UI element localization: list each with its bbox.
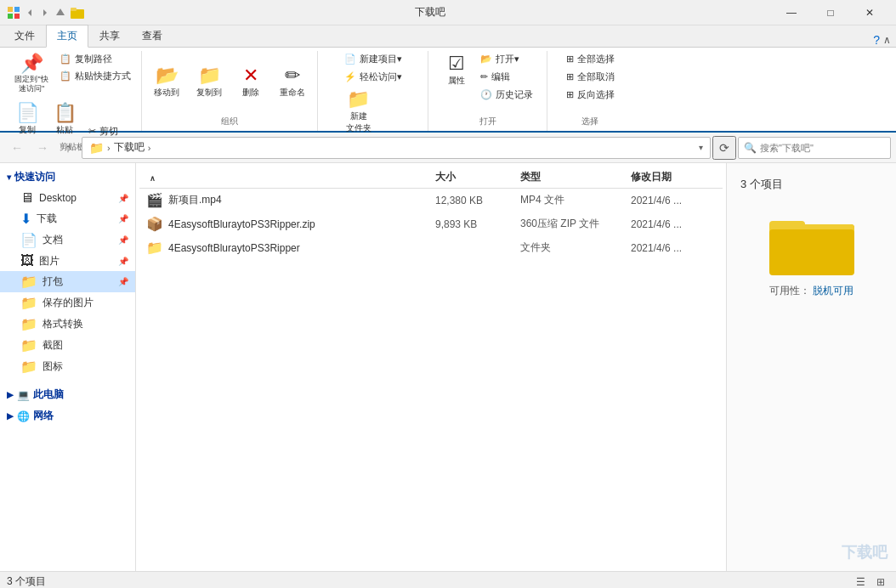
copy-to-icon: 📁: [198, 66, 221, 85]
tab-share[interactable]: 共享: [88, 25, 131, 47]
history-button[interactable]: 🕐 历史记录: [477, 87, 536, 103]
copy-path-icon: 📋: [60, 54, 71, 65]
network-icon: 🌐: [17, 410, 30, 422]
icons-icon: 📁: [20, 359, 37, 375]
sidebar-item-downloads[interactable]: ⬇ 下载 📌: [0, 208, 135, 229]
move-to-button[interactable]: 📂 移动到: [149, 63, 184, 102]
pin-to-quick-access-button[interactable]: 📌 固定到"快速访问": [10, 51, 53, 97]
sidebar-item-pictures[interactable]: 🖼 图片 📌: [0, 251, 135, 271]
nav-icon-back: [24, 7, 36, 19]
delete-button[interactable]: ✕ 删除: [234, 63, 268, 102]
screenshot-icon: 📁: [20, 337, 37, 353]
back-button[interactable]: ←: [5, 136, 29, 160]
header-size[interactable]: 大小: [435, 170, 520, 184]
details-view-button[interactable]: ☰: [852, 574, 869, 589]
sidebar-item-icons[interactable]: 📁 图标: [0, 356, 135, 377]
sidebar-network-header[interactable]: ▶ 🌐 网络: [0, 405, 135, 427]
maximize-button[interactable]: □: [811, 0, 850, 25]
sidebar-item-saved-pictures[interactable]: 📁 保存的图片: [0, 292, 135, 314]
up-button[interactable]: ↑: [56, 136, 80, 160]
invert-select-button[interactable]: ⊞ 反向选择: [563, 87, 618, 103]
sidebar-item-pack[interactable]: 📁 打包 📌: [0, 271, 135, 292]
file-row-0[interactable]: 🎬 新项目.mp4 12,380 KB MP4 文件 2021/4/6 ...: [139, 189, 723, 212]
file-row-1[interactable]: 📦 4EasysoftBluraytoPS3Ripper.zip 9,893 K…: [139, 212, 723, 236]
pin-icon-downloads: 📌: [118, 214, 128, 223]
file-row-2[interactable]: 📁 4EasysoftBluraytoPS3Ripper 文件夹 2021/4/…: [139, 236, 723, 260]
copy-button[interactable]: 📄 复制: [10, 100, 44, 139]
sidebar-item-desktop[interactable]: 🖥 Desktop 📌: [0, 188, 135, 208]
folder-title-icon: [70, 5, 85, 20]
header-name[interactable]: ∧: [146, 172, 435, 184]
paste-icon: 📋: [54, 104, 77, 122]
svg-rect-0: [8, 7, 13, 12]
preview-pane: 3 个项目 可用性： 脱机可用: [726, 163, 896, 571]
collapse-ribbon-icon[interactable]: ∧: [883, 34, 891, 46]
deselect-all-button[interactable]: ⊞ 全部取消: [563, 69, 618, 85]
minimize-button[interactable]: —: [772, 0, 811, 25]
new-item-button[interactable]: 📄 新建项目▾: [341, 51, 405, 67]
ribbon-tabs: 文件 主页 共享 查看 ? ∧: [0, 25, 896, 48]
close-button[interactable]: ✕: [850, 0, 889, 25]
sidebar-item-format-convert[interactable]: 📁 格式转换: [0, 314, 135, 335]
rename-button[interactable]: ✏ 重命名: [275, 63, 310, 102]
chevron-down-icon: ▾: [7, 172, 11, 182]
file-size-1: 9,893 KB: [435, 218, 520, 230]
window-title: 下载吧: [88, 5, 772, 20]
select-all-button[interactable]: ⊞ 全部选择: [563, 51, 618, 67]
search-bar[interactable]: 🔍: [738, 137, 891, 159]
pin-icon-desktop: 📌: [118, 194, 128, 203]
sidebar-this-pc-header[interactable]: ▶ 💻 此电脑: [0, 384, 135, 405]
sidebar-item-documents[interactable]: 📄 文档 📌: [0, 229, 135, 251]
open-button[interactable]: 📂 打开▾: [477, 51, 536, 67]
new-folder-button[interactable]: 📁 新建文件夹: [341, 87, 377, 138]
preview-folder-icon: [769, 209, 854, 277]
paste-shortcut-button[interactable]: 📋 粘贴快捷方式: [56, 68, 134, 84]
main-container: ▾ 快速访问 🖥 Desktop 📌 ⬇ 下载 📌 📄 文档 📌 🖼 图片 📌 …: [0, 163, 896, 571]
file-type-0: MP4 文件: [520, 193, 631, 207]
pin-icon-documents: 📌: [118, 235, 128, 245]
svg-rect-1: [14, 7, 20, 12]
file-area: ∧ 大小 类型 修改日期 🎬 新项目.mp4 12,380 KB MP4 文件 …: [136, 163, 726, 571]
help-icon[interactable]: ?: [873, 33, 880, 47]
sidebar-item-screenshot[interactable]: 📁 截图: [0, 335, 135, 356]
tab-file[interactable]: 文件: [3, 25, 46, 47]
sidebar-quick-access-header[interactable]: ▾ 快速访问: [0, 167, 135, 188]
address-dropdown-btn[interactable]: ▾: [699, 143, 703, 152]
sidebar-quick-access-label: 快速访问: [14, 170, 55, 184]
search-input[interactable]: [760, 143, 885, 153]
paste-button[interactable]: 📋 粘贴: [48, 100, 82, 139]
file-icon-folder: 📁: [146, 240, 163, 256]
address-bar[interactable]: 📁 › 下载吧 › ▾: [82, 137, 711, 159]
copy-to-button[interactable]: 📁 复制到: [191, 63, 227, 102]
edit-button[interactable]: ✏ 编辑: [477, 69, 536, 85]
open-group-label: 打开: [435, 114, 540, 131]
select-group-label: 选择: [554, 114, 626, 131]
window-icon: [7, 6, 20, 20]
nav-icon-up: [54, 7, 66, 19]
forward-button[interactable]: →: [31, 136, 54, 160]
file-icon-mp4: 🎬: [146, 192, 163, 208]
refresh-button[interactable]: ⟳: [712, 136, 736, 160]
preview-item-count: 3 个项目: [740, 177, 783, 192]
cut-icon: ✂: [88, 126, 96, 137]
large-icons-view-button[interactable]: ⊞: [872, 574, 889, 589]
edit-icon: ✏: [480, 71, 488, 82]
ribbon: 📌 固定到"快速访问" 📋 复制路径 📋 粘贴快捷方式 📄: [0, 48, 896, 133]
chevron-right-icon-net: ▶: [7, 411, 14, 421]
properties-icon: ☑: [448, 54, 465, 73]
window-controls: — □ ✕: [772, 0, 889, 25]
tab-view[interactable]: 查看: [131, 25, 173, 47]
file-size-0: 12,380 KB: [435, 195, 520, 206]
header-date[interactable]: 修改日期: [631, 170, 716, 184]
easy-access-button[interactable]: ⚡ 轻松访问▾: [341, 69, 405, 85]
ribbon-group-select: ⊞ 全部选择 ⊞ 全部取消 ⊞ 反向选择 选择: [547, 51, 632, 131]
ribbon-group-clipboard: 📌 固定到"快速访问" 📋 复制路径 📋 粘贴快捷方式 📄: [3, 51, 142, 131]
properties-button[interactable]: ☑ 属性: [439, 51, 474, 103]
pictures-icon: 🖼: [20, 253, 34, 269]
header-type[interactable]: 类型: [520, 170, 631, 184]
ribbon-group-organize: 📂 移动到 📁 复制到 ✕ 删除 ✏ 重命名 组织: [142, 51, 318, 131]
svg-marker-5: [43, 9, 47, 16]
tab-home[interactable]: 主页: [46, 25, 88, 48]
svg-rect-2: [8, 14, 13, 19]
copy-path-button[interactable]: 📋 复制路径: [56, 51, 134, 67]
